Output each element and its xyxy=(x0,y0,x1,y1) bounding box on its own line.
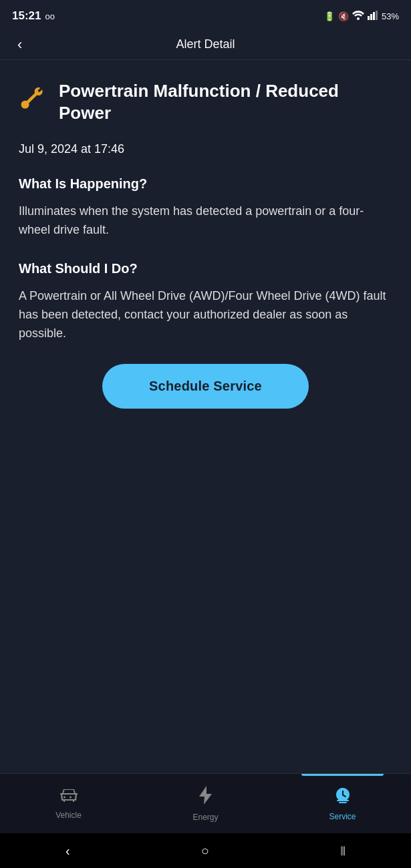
wifi-icon xyxy=(352,11,364,22)
svg-rect-5 xyxy=(337,800,349,801)
svg-point-0 xyxy=(357,17,360,20)
mute-icon: 🔇 xyxy=(338,11,349,21)
svg-rect-3 xyxy=(373,12,375,20)
svg-rect-6 xyxy=(339,802,347,803)
header: ‹ Alert Detail xyxy=(0,29,411,60)
page-title: Alert Detail xyxy=(176,37,235,51)
svg-rect-2 xyxy=(370,14,372,20)
signal-icon xyxy=(368,11,378,22)
status-icons: 🔋 🔇 53% xyxy=(324,11,399,22)
nav-label-service: Service xyxy=(329,812,356,821)
system-back-button[interactable]: ‹ xyxy=(52,838,84,864)
section1-heading: What Is Happening? xyxy=(19,176,392,192)
system-home-button[interactable]: ○ xyxy=(188,838,223,864)
schedule-button-wrapper: Schedule Service xyxy=(19,364,392,409)
back-button[interactable]: ‹ xyxy=(12,33,27,56)
service-icon xyxy=(334,787,352,808)
system-nav: ‹ ○ ⦀ xyxy=(0,833,411,868)
schedule-service-button[interactable]: Schedule Service xyxy=(102,364,309,409)
section1-body: Illuminates when the system has detected… xyxy=(19,202,392,240)
bottom-nav: Vehicle Energy Service xyxy=(0,773,411,833)
status-time: 15:21 xyxy=(12,9,41,23)
alert-header: Powertrain Malfunction / Reduced Power xyxy=(19,80,392,124)
section2-body: A Powertrain or All Wheel Drive (AWD)/Fo… xyxy=(19,287,392,343)
svg-rect-4 xyxy=(376,11,378,20)
main-content: Powertrain Malfunction / Reduced Power J… xyxy=(0,60,411,773)
nav-item-energy[interactable]: Energy xyxy=(137,774,274,833)
energy-icon xyxy=(199,786,213,809)
nav-item-vehicle[interactable]: Vehicle xyxy=(0,774,137,833)
svg-rect-1 xyxy=(368,16,370,20)
battery-level: 53% xyxy=(382,11,399,21)
system-recents-button[interactable]: ⦀ xyxy=(327,838,359,864)
vehicle-icon xyxy=(59,788,78,807)
alert-title: Powertrain Malfunction / Reduced Power xyxy=(59,80,392,124)
nav-item-service[interactable]: Service xyxy=(274,774,411,833)
status-bar: 15:21 oo 🔋 🔇 53% xyxy=(0,0,411,29)
wrench-icon xyxy=(19,83,47,114)
battery-saver-icon: 🔋 xyxy=(324,11,335,21)
nav-label-vehicle: Vehicle xyxy=(55,811,82,820)
section2-heading: What Should I Do? xyxy=(19,261,392,276)
nav-label-energy: Energy xyxy=(192,813,218,822)
alert-timestamp: Jul 9, 2024 at 17:46 xyxy=(19,142,392,156)
voicemail-icon: oo xyxy=(45,11,54,21)
